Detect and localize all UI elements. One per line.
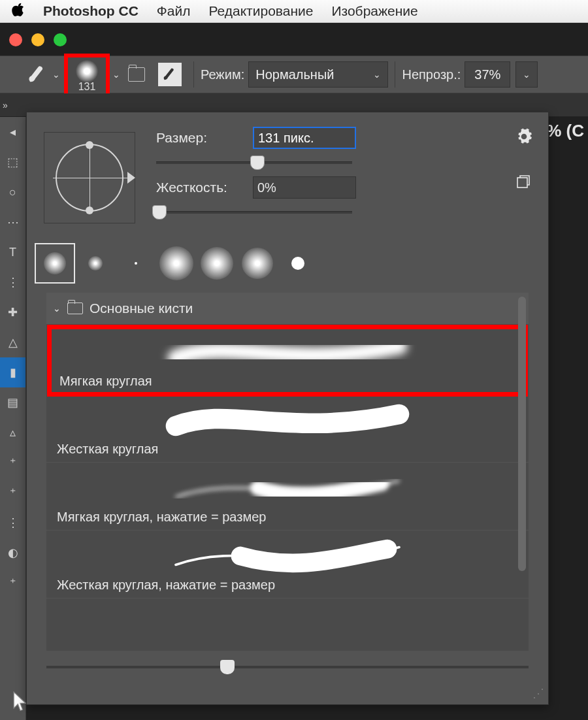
brush-folder-header[interactable]: ⌄ Основные кисти [46,293,529,324]
tool-placeholder[interactable]: ▵ [0,417,25,448]
tool-placeholder[interactable]: ▤ [0,387,25,417]
eyedropper-tool-icon[interactable]: ○ [0,177,25,207]
brush-tip-thumbnails [35,243,540,289]
brush-preset-panel: Размер: 131 пикс. Жесткость: 0% [26,112,549,705]
brush-angle-widget[interactable] [44,132,135,223]
brush-tool-selected-icon[interactable]: ▮ [0,357,25,387]
brush-tip-thumb[interactable] [237,243,278,284]
svg-rect-0 [517,178,527,188]
brush-stroke-preview [59,335,515,370]
chevron-down-icon: ⌄ [373,69,381,80]
preview-zoom-slider[interactable] [46,660,529,676]
brush-stroke-preview [57,538,518,574]
brush-preset-dropdown-icon[interactable]: ⌄ [112,69,120,80]
tool-placeholder[interactable]: ◐ [0,538,25,568]
brush-name: Мягкая круглая, нажатие = размер [57,510,518,525]
resize-grip-icon[interactable]: ⋰ [532,686,544,700]
hardness-input[interactable]: 0% [253,176,356,199]
brush-preview-icon [76,60,98,82]
separator [193,61,194,88]
brush-preset-picker[interactable]: 131 [64,54,110,99]
brush-tip-thumb[interactable] [278,243,318,284]
brush-list-item[interactable]: Жесткая круглая [46,395,529,463]
tool-placeholder[interactable]: ✚ [0,297,25,327]
opacity-dropdown-icon[interactable]: ⌄ [515,61,538,88]
size-slider[interactable] [156,155,352,171]
separator [395,61,395,88]
brush-list-item[interactable]: Мягкая круглая [49,327,526,395]
brush-preset-list: ⌄ Основные кисти Мягкая круглая Жесткая … [46,293,529,651]
brush-tip-thumb[interactable] [75,243,116,284]
tool-preset-dropdown-icon[interactable]: ⌄ [52,69,60,80]
blend-mode-value: Нормальный [255,67,334,82]
tool-placeholder[interactable]: ⁺ [0,568,25,598]
photoshop-window: ⌄ 131 ⌄ Режим: Нормальный ⌄ Непрозр.: 37… [0,23,588,720]
brush-tip-thumb[interactable] [35,243,75,284]
window-minimize-button[interactable] [31,33,44,46]
tool-placeholder[interactable]: ⁺ [0,478,25,508]
scrollbar[interactable] [518,297,526,571]
opacity-input[interactable]: 37% [465,61,510,88]
blend-mode-select[interactable]: Нормальный ⌄ [248,61,388,88]
folder-name: Основные кисти [90,301,193,316]
lasso-tool-icon[interactable]: ⋯ [0,207,25,237]
brush-tool-icon[interactable] [26,63,48,86]
brush-tip-thumb[interactable] [116,243,156,284]
gear-icon[interactable] [515,128,532,148]
new-brush-icon[interactable] [515,174,531,192]
folder-icon[interactable] [128,67,145,82]
menu-edit[interactable]: Редактирование [208,3,313,19]
hardness-slider[interactable] [156,205,352,221]
tool-placeholder[interactable]: ⋮ [0,508,25,538]
tool-placeholder[interactable]: △ [0,327,25,357]
tool-placeholder[interactable]: ⋮ [0,267,25,297]
brush-list-item[interactable]: Жесткая круглая, нажатие = размер [46,531,529,598]
brush-tip-thumb[interactable] [197,243,237,284]
apple-menu-icon[interactable] [12,3,25,20]
size-label: Размер: [156,130,241,146]
brush-stroke-preview [57,470,518,506]
mode-label: Режим: [201,67,244,82]
brush-settings-panel-icon[interactable] [158,63,182,86]
folder-icon [67,303,83,314]
app-name[interactable]: Photoshop CC [43,3,139,19]
brush-name: Мягкая круглая [59,374,515,389]
brush-size-readout: 131 [78,81,96,93]
opacity-label: Непрозр.: [402,67,461,82]
tool-placeholder[interactable]: ◂ [0,117,25,147]
window-close-button[interactable] [9,33,22,46]
menu-file[interactable]: Файл [157,3,191,19]
menu-image[interactable]: Изображение [331,3,417,19]
window-zoom-button[interactable] [54,33,67,46]
window-controls [9,33,67,46]
size-input[interactable]: 131 пикс. [253,127,356,149]
tools-panel: ◂ ⬚ ○ ⋯ T ⋮ ✚ △ ▮ ▤ ▵ ⁺ ⁺ ⋮ ◐ ⁺ [0,117,26,720]
brush-name: Жесткая круглая, нажатие = размер [57,578,518,593]
tool-placeholder[interactable]: ⁺ [0,448,25,478]
brush-tip-thumb[interactable] [156,243,197,284]
crop-tool-icon[interactable]: ⬚ [0,147,25,177]
chevron-down-icon: ⌄ [53,303,61,314]
tool-options-bar: ⌄ 131 ⌄ Режим: Нормальный ⌄ Непрозр.: 37… [0,56,588,93]
hardness-label: Жесткость: [156,180,241,195]
expand-tabs-icon[interactable]: » [3,100,8,110]
brush-name: Жесткая круглая [57,442,518,457]
brush-list-item[interactable]: Мягкая круглая, нажатие = размер [46,463,529,531]
type-tool-icon[interactable]: T [0,237,25,267]
mac-menubar: Photoshop CC Файл Редактирование Изображ… [0,0,588,23]
brush-stroke-preview [57,402,518,438]
